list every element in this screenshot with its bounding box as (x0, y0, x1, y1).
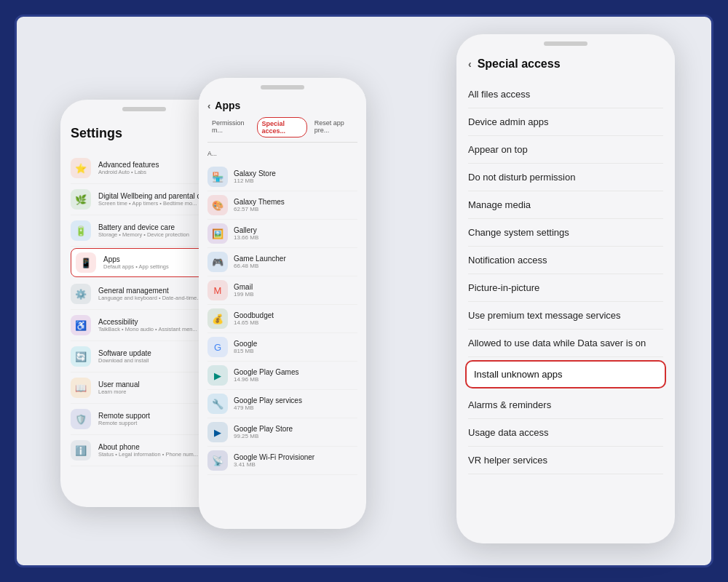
special-access-item[interactable]: Alarms & reminders (468, 391, 663, 419)
app-info: Gmail 199 MB (234, 283, 254, 298)
app-icon: ▶ (207, 365, 228, 386)
settings-item-sub: Screen time • App timers • Bedtime mo... (98, 200, 210, 207)
apps-tab-row: Permission m... Special acces... Reset a… (207, 117, 357, 143)
settings-item-sub: TalkBack • Mono audio • Assistant men... (98, 326, 197, 332)
settings-item-text: Remote support Remote support (98, 412, 150, 426)
apps-back-arrow[interactable]: ‹ (207, 100, 210, 111)
settings-item-label: Battery and device care (98, 223, 189, 231)
special-access-item[interactable]: Picture-in-picture (468, 274, 663, 302)
special-access-item[interactable]: Appear on top (468, 136, 663, 164)
app-info: Google Play services 479 MB (234, 396, 302, 411)
app-icon: ▶ (207, 422, 228, 442)
special-access-list: All files accessDevice admin appsAppear … (468, 81, 663, 474)
settings-item-text: Advanced features Android Auto • Labs (98, 161, 159, 175)
app-info: Goodbudget 14.65 MB (234, 311, 274, 326)
app-name: Gmail (234, 283, 254, 291)
settings-item[interactable]: ⭐ Advanced features Android Auto • Labs (71, 153, 218, 184)
settings-title: Settings (71, 126, 218, 141)
special-access-item[interactable]: Install unknown apps (465, 360, 666, 388)
settings-item-sub: Download and install (98, 357, 151, 364)
phones-container: Settings ⭐ Advanced features Android Aut… (17, 17, 711, 565)
settings-item[interactable]: 📱 Apps Default apps • App settings (71, 248, 218, 277)
settings-item-label: Digital Wellbeing and parental co... (98, 192, 210, 200)
settings-item-label: Apps (103, 255, 169, 263)
app-list-item[interactable]: 🎮 Game Launcher 66.48 MB (207, 248, 357, 276)
special-access-item[interactable]: Manage media (468, 191, 663, 219)
app-list-item[interactable]: 🔧 Google Play services 479 MB (207, 390, 357, 418)
app-list-item[interactable]: 🎨 Galaxy Themes 62.57 MB (207, 191, 357, 220)
special-access-item[interactable]: Do not disturb permission (468, 164, 663, 191)
app-list-item[interactable]: ▶ Google Play Games 14.96 MB (207, 362, 357, 390)
settings-item[interactable]: 🔄 Software update Download and install (71, 341, 218, 372)
settings-item[interactable]: ♿ Accessibility TalkBack • Mono audio • … (71, 310, 218, 341)
settings-item-text: User manual Learn more (98, 380, 140, 395)
special-access-item[interactable]: Device admin apps (468, 108, 663, 136)
settings-item-icon: ♿ (71, 315, 91, 335)
special-access-back-arrow[interactable]: ‹ (468, 58, 472, 70)
special-access-item[interactable]: Change system settings (468, 219, 663, 247)
settings-item[interactable]: ℹ️ About phone Status • Legal informatio… (71, 435, 218, 466)
special-access-item[interactable]: Allowed to use data while Data saver is … (468, 330, 663, 357)
settings-item-icon: 🔋 (71, 220, 91, 241)
settings-item-label: About phone (98, 443, 198, 451)
settings-item-sub: Android Auto • Labs (98, 169, 159, 175)
settings-item-label: Remote support (98, 412, 150, 420)
settings-item-label: Accessibility (98, 318, 197, 326)
app-name: Google (234, 340, 257, 348)
app-list-item[interactable]: M Gmail 199 MB (207, 276, 357, 305)
settings-item-icon: 🔄 (71, 346, 91, 367)
tab-special-access[interactable]: Special acces... (257, 117, 307, 137)
special-access-title: Special access (478, 57, 561, 71)
settings-item-label: Advanced features (98, 161, 159, 169)
phone-apps: ‹ Apps Permission m... Special acces... … (199, 78, 366, 529)
app-name: Game Launcher (234, 255, 286, 263)
tab-reset[interactable]: Reset app pre... (310, 117, 357, 137)
app-icon: 🔧 (207, 394, 228, 414)
settings-item-text: General management Language and keyboard… (98, 287, 201, 301)
special-access-item[interactable]: All files access (468, 81, 663, 108)
app-name: Galaxy Store (234, 170, 276, 178)
settings-item-label: General management (98, 287, 201, 295)
settings-item[interactable]: 🔋 Battery and device care Storage • Memo… (71, 215, 218, 247)
app-list-item[interactable]: 🏪 Galaxy Store 112 MB (207, 163, 357, 191)
settings-item[interactable]: ⚙️ General management Language and keybo… (71, 279, 218, 310)
app-name: Google Play services (234, 396, 302, 404)
settings-item[interactable]: 📖 User manual Learn more (71, 372, 218, 404)
app-icon: 📡 (207, 450, 228, 471)
special-access-item[interactable]: Usage data access (468, 419, 663, 447)
settings-item[interactable]: 🌿 Digital Wellbeing and parental co... S… (71, 184, 218, 215)
tab-permission[interactable]: Permission m... (207, 117, 254, 137)
app-info: Gallery 13.66 MB (234, 226, 258, 241)
app-name: Google Play Games (234, 368, 299, 376)
settings-item-label: Software update (98, 349, 151, 357)
settings-item[interactable]: 🛡️ Remote support Remote support (71, 404, 218, 435)
app-icon: 🎮 (207, 252, 228, 272)
app-list-item[interactable]: 📡 Google Wi-Fi Provisioner 3.41 MB (207, 447, 357, 475)
settings-list: ⭐ Advanced features Android Auto • Labs … (71, 153, 218, 466)
app-list-item[interactable]: G Google 815 MB (207, 333, 357, 362)
app-info: Galaxy Store 112 MB (234, 170, 276, 184)
settings-item-sub: Remote support (98, 420, 150, 426)
app-size: 112 MB (234, 178, 276, 184)
special-access-screen: ‹ Special access All files accessDevice … (456, 46, 675, 482)
settings-item-icon: 🌿 (71, 189, 91, 210)
special-access-item[interactable]: VR helper services (468, 447, 663, 474)
settings-item-icon: 📖 (71, 378, 91, 398)
app-info: Google Play Store 99.25 MB (234, 425, 293, 439)
phone-special-access: ‹ Special access All files accessDevice … (456, 34, 675, 543)
special-access-back-header: ‹ Special access (468, 57, 663, 71)
settings-item-text: Apps Default apps • App settings (103, 255, 169, 270)
app-list-item[interactable]: 💰 Goodbudget 14.65 MB (207, 305, 357, 333)
settings-item-sub: Language and keyboard • Date-and-time... (98, 295, 201, 301)
settings-item-text: Battery and device care Storage • Memory… (98, 223, 189, 238)
app-info: Google 815 MB (234, 340, 257, 354)
special-access-item[interactable]: Use premium text message services (468, 302, 663, 330)
special-access-item[interactable]: Notification access (468, 247, 663, 274)
app-info: Galaxy Themes 62.57 MB (234, 198, 285, 212)
settings-item-sub: Status • Legal information • Phone num..… (98, 451, 198, 458)
app-name: Google Wi-Fi Provisioner (234, 453, 314, 461)
app-list-item[interactable]: 🖼️ Gallery 13.66 MB (207, 220, 357, 248)
app-list-item[interactable]: ▶ Google Play Store 99.25 MB (207, 418, 357, 447)
settings-item-icon: 📱 (76, 252, 96, 273)
app-icon: G (207, 337, 228, 357)
